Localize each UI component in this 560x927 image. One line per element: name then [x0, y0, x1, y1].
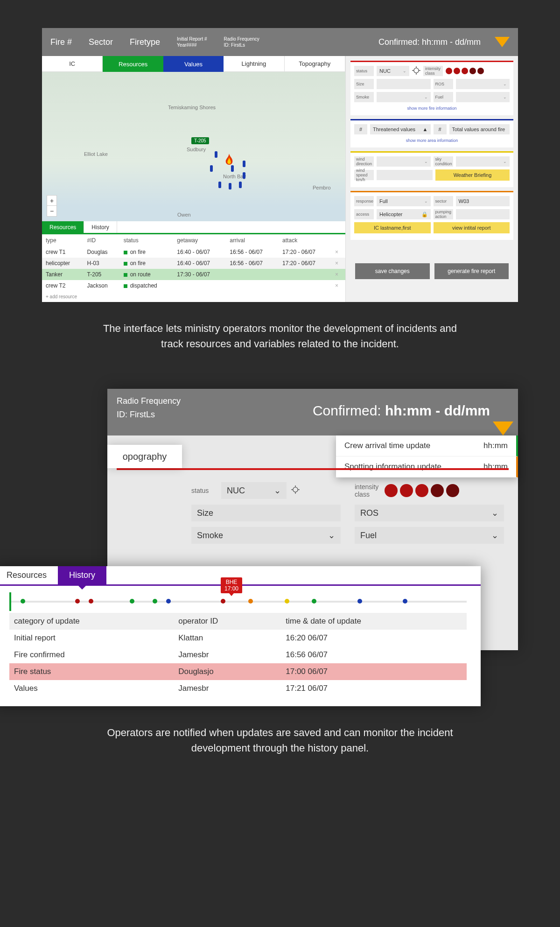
history-row[interactable]: ValuesJamesbr17:21 06/07 [9, 680, 467, 697]
timeline-dot[interactable] [21, 599, 25, 604]
resource-marker[interactable] [215, 151, 217, 158]
fuel-select[interactable]: ⌄ [456, 92, 510, 102]
notification-item[interactable]: Spotting information update hh:mm [336, 456, 518, 478]
table-row[interactable]: TankerT-205on route17:30 - 06/07× [42, 269, 345, 280]
threatened-values-field[interactable]: Threatened values▲ [370, 124, 431, 134]
subtab-resources[interactable]: Resources [42, 221, 84, 233]
table-row[interactable]: crew T2Jacksondispatched× [42, 280, 345, 291]
smoke-select[interactable]: ⌄ [377, 92, 431, 102]
add-resource-link[interactable]: + add resource [42, 291, 345, 302]
history-row[interactable]: Fire statusDouglasjo17:00 06/07 [9, 663, 467, 680]
timeline-dot[interactable] [403, 599, 407, 604]
total-count: # [434, 124, 447, 134]
save-changes-button[interactable]: save changes [355, 263, 430, 279]
pumping-input[interactable] [456, 209, 510, 219]
show-more-fire-link[interactable]: show more fire information [354, 105, 510, 112]
resource-map-tag[interactable]: T-205 [191, 137, 209, 144]
weather-briefing-button[interactable]: Weather Briefing [435, 169, 510, 181]
timeline-dot[interactable] [221, 599, 225, 604]
size-input[interactable]: Size [191, 505, 341, 521]
timeline-dot[interactable] [89, 599, 93, 604]
lower-subtabs: Resources History [42, 221, 345, 234]
tab-lightning[interactable]: Lightning [224, 56, 284, 72]
history-notification-screenshot: Radio Frequency ID: FirstLs Confirmed: h… [42, 389, 518, 706]
table-row[interactable]: crew T1Douglason fire16:40 - 06/0716:56 … [42, 246, 345, 258]
tab-values[interactable]: Values [163, 56, 224, 72]
resource-marker[interactable] [231, 165, 234, 172]
wind-direction-label: wind direction [354, 156, 374, 167]
history-timeline[interactable]: BHE17:00 [9, 592, 467, 611]
notification-item[interactable]: Crew arrival time update hh:mm [336, 435, 518, 456]
zoom-out-button[interactable]: − [47, 206, 56, 216]
timeline-dot[interactable] [357, 599, 362, 604]
intensity-class-dots[interactable] [385, 484, 459, 497]
initial-report-header: Initial Report # Year#### [168, 28, 215, 56]
resource-marker[interactable] [243, 172, 245, 179]
status-select[interactable]: NUC⌄ [377, 66, 409, 76]
fire-number: Fire # [42, 28, 80, 56]
timeline-dot[interactable] [285, 599, 289, 604]
ic-name-button[interactable]: IC lastname,first [354, 222, 431, 233]
zoom-in-button[interactable]: + [47, 196, 56, 206]
timeline-dot[interactable] [130, 599, 134, 604]
resource-marker[interactable] [229, 183, 231, 190]
map-label: Sudbury [187, 147, 206, 152]
timeline-dot[interactable] [153, 599, 157, 604]
intensity-class-dots[interactable] [446, 68, 484, 74]
resource-marker[interactable] [239, 182, 242, 188]
ros-select[interactable]: ⌄ [456, 79, 510, 89]
lock-icon: 🔒 [421, 211, 428, 218]
svg-point-0 [414, 68, 419, 73]
map-label: Elliot Lake [84, 151, 108, 157]
resource-marker[interactable] [210, 165, 213, 172]
confirmed-timestamp-2: Confirmed: hh:mm - dd/mm [313, 403, 490, 419]
resource-marker[interactable] [218, 182, 221, 188]
tab-ic[interactable]: IC [42, 56, 103, 72]
crosshair-icon[interactable] [412, 66, 420, 76]
timeline-dot[interactable] [75, 599, 80, 604]
history-table: category of update operator ID time & da… [9, 613, 467, 697]
header-bar-2: Radio Frequency ID: FirstLs Confirmed: h… [107, 389, 518, 435]
resource-marker[interactable] [243, 161, 245, 167]
show-more-area-link[interactable]: show more area information [354, 137, 510, 144]
crosshair-icon[interactable] [291, 485, 300, 496]
map-label: Pembro [313, 185, 331, 190]
tab-resources[interactable]: Resources [103, 56, 163, 72]
response-select[interactable]: Full⌄ [377, 196, 431, 206]
status-label: status [354, 66, 374, 76]
subtab-history[interactable]: History [84, 221, 117, 233]
view-initial-report-button[interactable]: view intital report [434, 222, 510, 233]
history-row[interactable]: Initial reportKlattan16:20 06/07 [9, 630, 467, 646]
access-value: Helicopter🔒 [377, 209, 431, 219]
subtab-resources[interactable]: Resources [0, 566, 58, 584]
status-select[interactable]: NUC⌄ [221, 482, 287, 499]
notification-panel: Crew arrival time update hh:mm Spotting … [336, 435, 518, 478]
table-row[interactable]: helicopterH-03on fire16:40 - 06/0716:56 … [42, 258, 345, 269]
wind-speed-input[interactable] [377, 170, 433, 180]
generate-report-button[interactable]: generate fire report [434, 263, 509, 279]
intensity-label: intensity class [355, 483, 380, 498]
dropdown-triangle-icon[interactable] [495, 37, 510, 47]
caption-1: The interface lets ministry operators mo… [93, 321, 467, 351]
dropdown-triangle-icon[interactable] [493, 421, 513, 435]
subtab-history[interactable]: History [58, 566, 106, 584]
wind-direction-select[interactable]: ⌄ [377, 156, 431, 167]
history-row[interactable]: Fire confirmedJamesbr16:56 06/07 [9, 646, 467, 663]
map-label: Owen [177, 212, 191, 218]
sector-label: sector [434, 196, 453, 206]
sky-condition-select[interactable]: ⌄ [456, 156, 510, 167]
smoke-select[interactable]: Smoke⌄ [191, 527, 341, 544]
timeline-dot[interactable] [248, 599, 253, 604]
tab-topography-cropped[interactable]: opography [107, 445, 182, 468]
col-operator: operator ID [174, 613, 281, 630]
timeline-dot[interactable] [166, 599, 171, 604]
total-values-field[interactable]: Total values around fire [449, 124, 510, 134]
smoke-label: Smoke [354, 92, 374, 102]
ros-select[interactable]: ROS⌄ [355, 505, 504, 521]
col-arrival: arrival [226, 234, 279, 246]
size-input[interactable] [377, 79, 431, 89]
fuel-select[interactable]: Fuel⌄ [355, 527, 504, 544]
incident-map[interactable]: Temiskaming Shores Sudbury Elliot Lake N… [42, 72, 345, 221]
tab-topography[interactable]: Topography [285, 56, 345, 72]
timeline-dot[interactable] [312, 599, 316, 604]
